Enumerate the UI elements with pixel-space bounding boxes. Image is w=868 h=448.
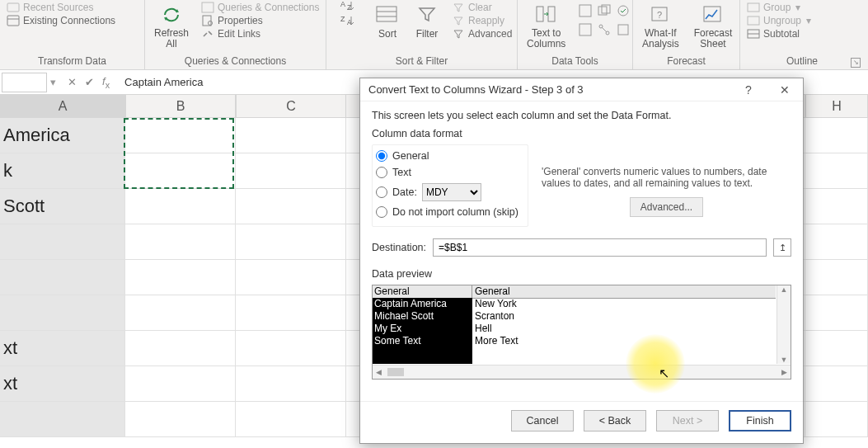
data-preview[interactable]: GeneralGeneral Captain America Michael S… (372, 285, 791, 380)
properties-button[interactable]: Properties (201, 15, 319, 26)
sort-button[interactable]: Sort (373, 2, 402, 41)
date-format-select[interactable]: MDY (422, 183, 481, 201)
relationships-icon[interactable] (597, 22, 613, 39)
svg-point-5 (209, 21, 213, 26)
column-header-b[interactable]: B (125, 95, 236, 118)
ribbon-group-label: Transform Data (7, 54, 138, 69)
ribbon-group-label: Outline↘ (747, 54, 857, 69)
text-to-columns-button[interactable]: Text to Columns (524, 2, 568, 51)
dialog-intro: This screen lets you select each column … (372, 110, 791, 121)
flash-fill-icon[interactable] (578, 3, 594, 20)
recent-sources-button[interactable]: Recent Sources (7, 2, 115, 13)
ribbon-group-label: Data Tools (524, 54, 626, 69)
help-button[interactable]: ? (730, 78, 767, 101)
data-model-icon[interactable] (616, 22, 632, 39)
name-box[interactable] (2, 73, 47, 92)
ribbon-group-label: Forecast (640, 54, 733, 69)
column-data-format-label: Column data format (372, 128, 791, 139)
cell[interactable]: xt (0, 331, 125, 366)
edit-links-button[interactable]: Edit Links (201, 28, 319, 40)
sort-icon (375, 3, 400, 26)
ungroup-button[interactable]: Ungroup▾ (747, 15, 811, 26)
advanced-filter-button[interactable]: Advanced (452, 28, 512, 40)
clear-filter-button[interactable]: Clear (452, 2, 512, 13)
cancel-formula-icon[interactable]: ✕ (68, 76, 77, 88)
cancel-button[interactable]: Cancel (511, 410, 574, 431)
svg-text:?: ? (657, 10, 662, 20)
sort-az-button[interactable]: AZZA (333, 2, 363, 28)
advanced-button[interactable]: Advanced... (630, 197, 703, 217)
forecast-sheet-icon (701, 3, 725, 26)
cell[interactable] (0, 224, 125, 260)
column-data-format-radios: General Text Date: MDY Do not import col… (372, 144, 528, 227)
text-to-columns-wizard-dialog: Convert Text to Columns Wizard - Step 3 … (359, 78, 804, 444)
dialog-title: Convert Text to Columns Wizard - Step 3 … (368, 83, 584, 96)
svg-point-18 (618, 6, 628, 16)
svg-rect-27 (748, 3, 759, 12)
cell[interactable] (0, 295, 125, 331)
svg-rect-26 (704, 7, 720, 21)
svg-rect-15 (579, 5, 591, 17)
cell[interactable]: k (0, 153, 125, 189)
text-to-columns-icon (534, 3, 559, 26)
outline-dialog-launcher-icon[interactable]: ↘ (851, 58, 861, 68)
group-button[interactable]: Group▾ (747, 2, 811, 13)
accept-formula-icon[interactable]: ✔ (85, 76, 94, 88)
svg-rect-19 (579, 24, 591, 35)
svg-rect-1 (7, 16, 19, 26)
sort-az-icon: AZZA (335, 3, 360, 26)
filter-icon (415, 3, 439, 26)
range-picker-icon[interactable]: ↥ (773, 238, 791, 257)
queries-connections-button[interactable]: Queries & Connections (201, 2, 319, 13)
svg-rect-23 (618, 25, 628, 35)
cell[interactable]: Scott (0, 189, 125, 224)
svg-rect-13 (537, 7, 543, 21)
finish-button[interactable]: Finish (729, 410, 791, 431)
svg-rect-14 (548, 7, 555, 21)
data-preview-label: Data preview (372, 268, 791, 280)
general-description: 'General' converts numeric values to num… (542, 166, 791, 189)
svg-line-22 (602, 27, 607, 32)
column-header-a[interactable]: A (0, 95, 125, 118)
svg-rect-10 (377, 7, 396, 21)
preview-horizontal-scrollbar[interactable]: ◀▶ (373, 365, 791, 379)
destination-label: Destination: (372, 242, 426, 253)
svg-rect-4 (203, 16, 211, 26)
svg-text:A: A (340, 0, 345, 8)
close-button[interactable]: ✕ (767, 78, 803, 101)
radio-date[interactable]: Date: MDY (376, 183, 521, 201)
ribbon-group-label: Queries & Connections (152, 54, 319, 69)
data-validation-icon[interactable] (616, 3, 632, 20)
ribbon: Recent Sources Existing Connections Tran… (0, 0, 868, 70)
column-header-c[interactable]: C (236, 95, 346, 118)
ribbon-group-label: Sort & Filter (333, 54, 510, 69)
reapply-filter-button[interactable]: Reapply (452, 15, 512, 26)
remove-duplicates-icon[interactable] (597, 3, 613, 20)
svg-rect-3 (202, 2, 213, 12)
column-header-h[interactable]: H (805, 95, 868, 118)
consolidate-icon[interactable] (578, 22, 594, 39)
radio-text[interactable]: Text (376, 167, 521, 178)
subtotal-button[interactable]: Subtotal (747, 28, 811, 40)
svg-rect-28 (748, 17, 759, 25)
fx-icon[interactable]: fx (102, 75, 110, 90)
svg-rect-0 (7, 3, 19, 12)
cell[interactable]: xt (0, 366, 125, 402)
destination-input[interactable] (433, 238, 767, 257)
existing-connections-button[interactable]: Existing Connections (7, 15, 115, 26)
forecast-sheet-button[interactable]: Forecast Sheet (692, 2, 735, 51)
radio-skip[interactable]: Do not import column (skip) (376, 206, 521, 218)
next-button: Next > (656, 410, 719, 431)
cell[interactable] (0, 260, 125, 295)
refresh-icon (159, 3, 184, 26)
what-if-analysis-button[interactable]: ? What-If Analysis (640, 2, 682, 51)
preview-vertical-scrollbar[interactable]: ▲▼ (777, 285, 791, 364)
refresh-all-button[interactable]: Refresh All (152, 2, 191, 51)
cell[interactable]: America (0, 118, 125, 153)
radio-general[interactable]: General (376, 150, 521, 162)
filter-button[interactable]: Filter (412, 2, 442, 41)
svg-text:Z: Z (340, 15, 345, 23)
what-if-icon: ? (648, 3, 673, 26)
back-button[interactable]: < Back (584, 410, 646, 431)
